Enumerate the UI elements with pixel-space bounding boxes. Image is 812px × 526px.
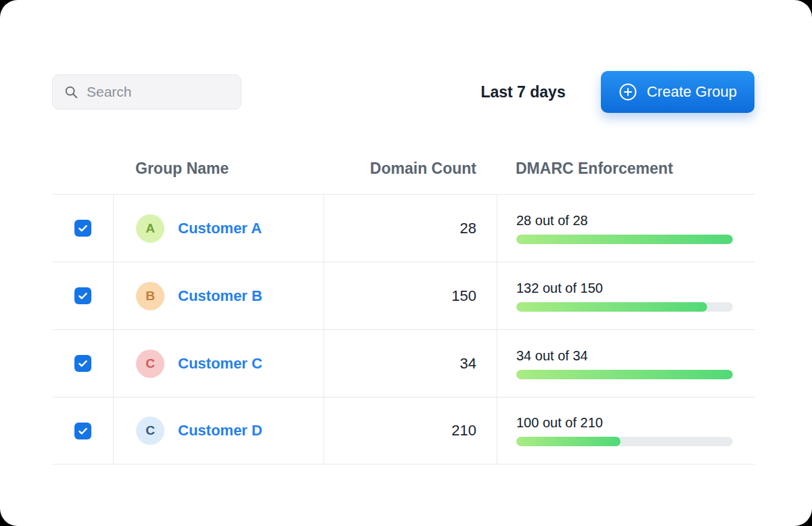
progress-fill [516, 370, 733, 379]
customer-link[interactable]: Customer B [178, 287, 263, 305]
enforcement-label: 132 out of 150 [516, 281, 733, 296]
group-name-cell: B Customer B [113, 262, 323, 329]
progress-bar [516, 437, 733, 446]
progress-fill [516, 235, 733, 244]
header-group-name: Group Name [113, 160, 323, 178]
create-group-label: Create Group [647, 83, 737, 101]
page-card: Last 7 days Create Group Group Name Doma… [0, 0, 812, 526]
search-input[interactable] [87, 84, 230, 100]
domain-count-cell: 210 [323, 398, 497, 464]
domain-count-cell: 34 [323, 330, 497, 397]
table-row: A Customer A 28 28 out of 28 [52, 194, 754, 262]
enforcement-label: 34 out of 34 [516, 348, 733, 364]
row-checkbox[interactable] [74, 220, 91, 237]
row-checkbox[interactable] [74, 423, 91, 439]
group-name-cell: A Customer A [113, 195, 323, 262]
check-icon [78, 358, 88, 368]
progress-bar [516, 370, 733, 379]
checkbox-cell [52, 195, 113, 262]
domain-count-cell: 28 [323, 195, 497, 262]
dmarc-cell: 28 out of 28 [497, 195, 754, 262]
check-icon [78, 291, 88, 301]
checkbox-cell [52, 262, 113, 329]
progress-bar [516, 235, 733, 244]
date-range-label[interactable]: Last 7 days [480, 83, 565, 101]
checkbox-cell [52, 330, 113, 397]
row-checkbox[interactable] [74, 355, 91, 372]
avatar: C [136, 416, 164, 445]
search-box[interactable] [52, 74, 242, 110]
domain-count-cell: 150 [323, 262, 497, 329]
header-domain-count: Domain Count [323, 160, 497, 178]
group-name-cell: C Customer C [113, 330, 323, 397]
header-dmarc-enforcement: DMARC Enforcement [497, 160, 754, 178]
dmarc-cell: 34 out of 34 [497, 330, 754, 397]
table-row: C Customer D 210 100 out of 210 [52, 397, 754, 464]
table-row: B Customer B 150 132 out of 150 [52, 262, 754, 329]
dmarc-cell: 132 out of 150 [497, 262, 754, 329]
customer-link[interactable]: Customer A [178, 220, 262, 237]
avatar: B [136, 282, 164, 310]
enforcement-label: 100 out of 210 [516, 415, 733, 431]
avatar: A [136, 214, 164, 243]
group-name-cell: C Customer D [113, 398, 323, 464]
customer-link[interactable]: Customer C [178, 355, 263, 373]
table-header-row: Group Name Domain Count DMARC Enforcemen… [52, 143, 754, 194]
check-icon [78, 426, 88, 436]
search-icon [64, 85, 78, 99]
dmarc-cell: 100 out of 210 [497, 398, 754, 464]
progress-bar [516, 302, 733, 312]
table-row: C Customer C 34 34 out of 34 [52, 329, 754, 397]
avatar: C [136, 350, 164, 378]
check-icon [78, 223, 88, 233]
progress-fill [516, 437, 621, 446]
plus-circle-icon [618, 82, 637, 101]
customer-link[interactable]: Customer D [178, 422, 263, 439]
create-group-button[interactable]: Create Group [601, 71, 754, 113]
toolbar: Last 7 days Create Group [52, 71, 754, 113]
row-checkbox[interactable] [74, 287, 91, 304]
enforcement-label: 28 out of 28 [516, 213, 733, 229]
checkbox-cell [52, 398, 113, 464]
progress-fill [516, 302, 707, 312]
groups-table: Group Name Domain Count DMARC Enforcemen… [52, 143, 754, 464]
